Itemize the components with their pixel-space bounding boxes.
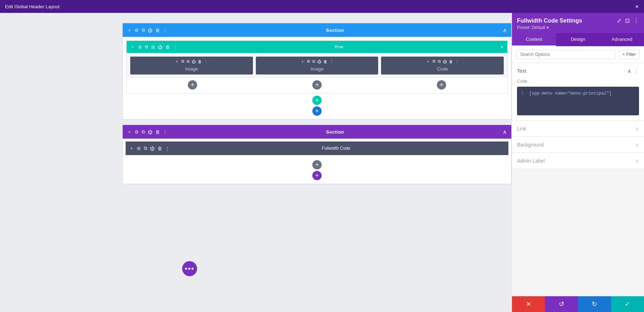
add-row-btn[interactable]: + [312,96,322,105]
redo-button[interactable]: ↻ [578,296,611,312]
undo-button[interactable]: ↺ [545,296,578,312]
section-bottom-collapse-icon[interactable]: ∧ [503,129,507,135]
fullscreen-icon[interactable]: ⤢ [617,17,621,24]
row-grid-icon[interactable]: ⊞ [151,44,155,50]
cancel-icon: ✕ [526,300,531,308]
sec2-power[interactable]: ⏻ [148,129,152,135]
duplicate-icon[interactable]: ⧉ [142,27,145,33]
row-power-icon[interactable]: ⏻ [158,44,162,50]
mod2-delete[interactable]: 🗑 [323,59,327,64]
section-bottom-header: ＋ ⚙ ⧉ ⏻ 🗑 ⋮ Section ∧ [123,125,511,139]
module-code-toolbar[interactable]: ＋ ⚙ ⧉ ⏻ 🗑 ⋮ [381,57,504,66]
search-input[interactable] [516,50,616,59]
delete-icon[interactable]: 🗑 [155,28,160,33]
accordion-background: Background ∨ [512,137,644,153]
fw-dup[interactable]: ⧉ [144,145,147,151]
section-bottom-icons[interactable]: ＋ ⚙ ⧉ ⏻ 🗑 ⋮ [127,129,167,135]
mod1-dup[interactable]: ⧉ [187,59,190,64]
add-icon[interactable]: ＋ [127,27,132,33]
accordion-admin-label: Admin Label ∨ [512,153,644,169]
mod3-settings[interactable]: ⚙ [432,59,436,64]
fullwidth-row-icons[interactable]: ＋ ⚙ ⧉ ⏻ 🗑 ⋮ [129,145,170,152]
floating-dots-label: ••• [185,265,194,273]
accordion-link-title: Link [517,126,526,131]
mod1-power[interactable]: ⏻ [192,59,196,64]
module-code: ＋ ⚙ ⧉ ⏻ 🗑 ⋮ Code [381,57,504,75]
accordion-link-header[interactable]: Link ∨ [512,121,644,136]
sec2-settings[interactable]: ⚙ [135,129,139,135]
accordion-background-header[interactable]: Background ∨ [512,137,644,153]
mod2-dup[interactable]: ⧉ [312,59,315,64]
mod3-add[interactable]: ＋ [426,59,430,64]
mod2-add[interactable]: ＋ [301,59,304,64]
module-image-1-label: Image [185,66,198,75]
sec2-delete[interactable]: 🗑 [155,129,160,135]
module-image-2-toolbar[interactable]: ＋ ⚙ ⧉ ⏻ 🗑 ⋮ [256,57,379,66]
add-section-below-btn[interactable]: + [312,106,322,116]
row-add-icon[interactable]: ＋ [130,44,135,50]
code-editor[interactable]: 1 [spp-menu name="menu-principal"] [517,87,639,115]
section-top-icons[interactable]: ＋ ⚙ ⧉ ⏻ 🗑 ⋮ [127,27,167,33]
fw-settings[interactable]: ⚙ [137,146,141,151]
row-settings-icon[interactable]: ⚙ [138,44,142,50]
module-image-1-toolbar[interactable]: ＋ ⚙ ⧉ ⏻ 🗑 ⋮ [130,57,253,66]
add-module-1-btn[interactable]: + [188,80,197,90]
accordion-admin-label-header[interactable]: Admin Label ∨ [512,153,644,169]
accordion-link-expand-icon[interactable]: ∨ [635,126,639,131]
accordion-text-more-icon[interactable]: ⋮ [634,68,639,74]
panel-more-icon[interactable]: ⋮ [633,17,639,24]
accordion-text-collapse-icon[interactable]: ∧ [628,68,631,74]
filter-button[interactable]: + Filter [619,50,640,59]
sidebar-icon[interactable]: ⊡ [625,17,630,24]
section-top-collapse-icon[interactable]: ∧ [503,27,507,34]
fw-delete[interactable]: 🗑 [157,146,162,151]
panel-preset[interactable]: Preset: Default ▾ [517,25,639,30]
sec2-add[interactable]: ＋ [127,129,132,135]
row-duplicate-icon[interactable]: ⧉ [145,44,148,50]
accordion-background-expand-icon[interactable]: ∨ [635,142,639,148]
panel-title-icons[interactable]: ⤢ ⊡ ⋮ [617,17,639,24]
mod1-settings[interactable]: ⚙ [181,59,185,64]
accordion-text-content: Code 1 [spp-menu name="menu-principal"] [512,79,644,120]
save-button[interactable]: ✓ [611,296,644,312]
accordion-text-header[interactable]: Text ∧ ⋮ [512,63,644,79]
tab-advanced[interactable]: Advanced [600,33,644,46]
section-top-label: Section [326,28,344,33]
more-icon[interactable]: ⋮ [163,28,167,33]
accordion-admin-label-expand-icon[interactable]: ∨ [635,158,639,164]
add-fullwidth-row-btn[interactable]: + [312,160,322,169]
mod3-dup[interactable]: ⧉ [438,59,441,64]
mod2-power[interactable]: ⏻ [317,59,321,64]
fw-more[interactable]: ⋮ [165,146,170,151]
mod2-settings[interactable]: ⚙ [307,59,310,64]
section-top-header: ＋ ⚙ ⧉ ⏻ 🗑 ⋮ Section ∧ [123,23,511,37]
sec2-more[interactable]: ⋮ [163,129,167,135]
fw-power[interactable]: ⏻ [150,146,155,151]
close-icon[interactable]: ✕ [635,4,639,9]
mod1-delete[interactable]: 🗑 [198,59,202,64]
row-icons[interactable]: ＋ ⚙ ⧉ ⊞ ⏻ 🗑 ⋮ [130,44,177,50]
add-section-bottom-btn[interactable]: + [312,171,322,180]
mod1-add[interactable]: ＋ [175,59,179,64]
mod3-more[interactable]: ⋮ [455,59,459,64]
row-header: ＋ ⚙ ⧉ ⊞ ⏻ 🗑 ⋮ Row ∧ [127,41,507,53]
power-icon[interactable]: ⏻ [148,28,152,33]
mod1-more[interactable]: ⋮ [204,59,208,64]
accordion-text: Text ∧ ⋮ Code 1 [spp-menu name="menu-pri… [512,63,644,121]
mod3-power[interactable]: ⏻ [443,59,447,64]
fw-add[interactable]: ＋ [129,145,134,152]
tab-content[interactable]: Content [512,33,556,46]
floating-menu-btn[interactable]: ••• [182,261,197,276]
sec2-dup[interactable]: ⧉ [142,129,145,135]
tab-design[interactable]: Design [556,33,600,46]
mod2-more[interactable]: ⋮ [330,59,333,64]
row-collapse-icon[interactable]: ∧ [501,44,504,49]
fullwidth-row: ＋ ⚙ ⧉ ⏻ 🗑 ⋮ Fullwidth Code x [126,141,508,155]
row-delete-icon[interactable]: 🗑 [165,44,170,50]
mod3-delete[interactable]: 🗑 [449,59,453,64]
row-more-icon[interactable]: ⋮ [173,44,177,50]
add-module-2-btn[interactable]: + [312,80,322,90]
settings-icon[interactable]: ⚙ [135,28,139,33]
add-module-3-btn[interactable]: + [437,80,446,90]
cancel-button[interactable]: ✕ [512,296,545,312]
